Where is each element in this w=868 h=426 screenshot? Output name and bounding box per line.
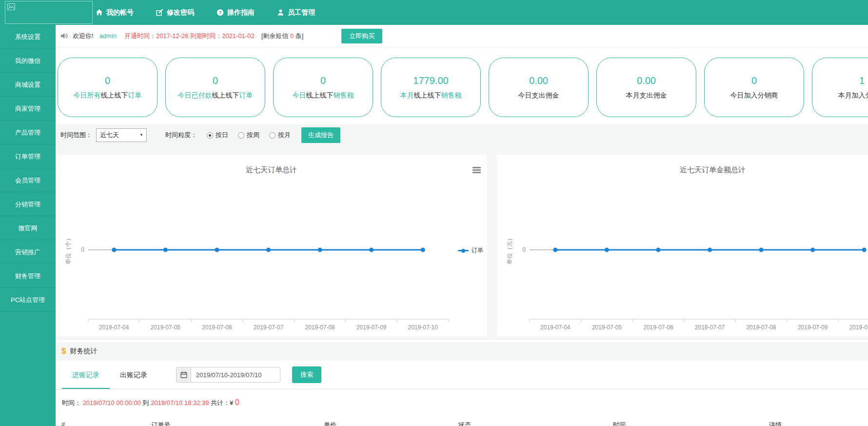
buy-now-button[interactable]: 立即购买 <box>341 29 382 43</box>
charts-region: 近七天订单总计 2019-07-042019-07-052019-07-0620… <box>56 146 868 340</box>
account-period: 开通时间：2017-12-26 到期时间：2021-01-02 <box>124 32 255 41</box>
edit-icon <box>156 9 163 16</box>
nav-change-password[interactable]: 修改密码 <box>156 8 194 17</box>
table-col-index: # <box>61 421 65 426</box>
svg-text:2019-07-10: 2019-07-10 <box>408 324 438 331</box>
home-icon <box>96 9 103 16</box>
svg-text:2019-07-10: 2019-07-10 <box>849 324 868 331</box>
speaker-icon <box>60 32 68 40</box>
time-range-label: 时间范围： <box>60 131 92 140</box>
stat-card-label: 今日加入分销商 <box>730 91 778 100</box>
sidebar-item[interactable]: PC站点管理 <box>0 288 56 312</box>
calendar-icon-button[interactable] <box>177 367 191 382</box>
generate-report-button[interactable]: 生成报告 <box>301 127 340 143</box>
logo-box <box>5 1 93 24</box>
summary-time-label: 时间： <box>62 399 81 406</box>
sidebar-item[interactable]: 系统设置 <box>0 25 56 49</box>
summary-total-label: 共计：¥ <box>211 399 233 406</box>
chart-title: 近七天订单总计 <box>56 165 487 175</box>
sidebar-item[interactable]: 会员管理 <box>0 168 56 192</box>
stat-card-value: 0.00 <box>529 75 548 86</box>
question-icon: ? <box>217 9 224 16</box>
svg-text:2019-07-04: 2019-07-04 <box>99 324 129 331</box>
chart-legend[interactable]: 订单 <box>458 246 483 255</box>
sidebar-item[interactable]: 营销推广 <box>0 240 56 264</box>
stat-cards-row: 0 今日所有线上线下订单 0 今日已付款线上线下订单 0 今日线上线下销售额 1… <box>56 47 868 124</box>
time-range-select[interactable]: 近七天 <box>96 128 147 142</box>
finance-tab[interactable]: 进账记录 <box>62 361 110 389</box>
chart-menu-icon[interactable] <box>473 167 481 174</box>
svg-text:单位（元）: 单位（元） <box>506 235 513 264</box>
granularity-options: 按日 按周 按月 <box>197 131 291 140</box>
finance-tabs: 进账记录 出账记录 <box>62 361 158 389</box>
nav-my-account[interactable]: 我的帐号 <box>96 8 134 17</box>
radio-icon <box>238 132 244 139</box>
nav-staff[interactable]: 员工管理 <box>277 8 315 17</box>
nav-label: 操作指南 <box>227 8 255 17</box>
sidebar-item[interactable]: 商城设置 <box>0 73 56 97</box>
sidebar-item[interactable]: 产品管理 <box>0 121 56 144</box>
sidebar-item[interactable]: 我的微信 <box>0 49 56 73</box>
stat-card[interactable]: 0 今日加入分销商 <box>704 58 804 117</box>
svg-text:2019-07-09: 2019-07-09 <box>798 324 828 331</box>
sidebar-item[interactable]: 订单管理 <box>0 144 56 168</box>
nav-label: 员工管理 <box>288 8 315 17</box>
sidebar: 系统设置 我的微信 商城设置 商家管理 产品管理 订单管理 会员管理 分销管理 … <box>0 25 56 426</box>
summary-to: 2019/07/10 18:32:39 <box>151 399 209 406</box>
sidebar-item[interactable]: 财务管理 <box>0 264 56 288</box>
table-col-price: 单价 <box>324 421 336 426</box>
radio-icon <box>207 132 213 139</box>
topbar: 我的帐号 修改密码 ? 操作指南 员工管理 <box>0 0 868 25</box>
radio-icon <box>269 132 276 139</box>
table-col-detail: 详情 <box>769 421 782 426</box>
summary-to-label: 到 <box>143 399 149 406</box>
svg-text:0: 0 <box>522 246 526 253</box>
svg-text:2019-07-07: 2019-07-07 <box>254 324 284 331</box>
svg-text:2019-07-09: 2019-07-09 <box>356 324 387 331</box>
stat-card-label: 今日已付款线上线下订单 <box>178 91 253 100</box>
order-amount-line-chart: 2019-07-042019-07-052019-07-062019-07-07… <box>497 155 868 336</box>
radio-label: 按月 <box>278 131 291 140</box>
stat-card-label: 今日支出佣金 <box>518 91 559 100</box>
svg-text:0: 0 <box>81 246 84 253</box>
nav-label: 修改密码 <box>167 8 194 17</box>
stat-card-label: 本月支出佣金 <box>626 91 667 100</box>
summary-total-value: 0 <box>235 398 239 406</box>
granularity-radio[interactable]: 按月 <box>269 131 291 140</box>
report-filter-bar: 时间范围： 近七天 时间粒度： 按日 按周 按月 生成报告 <box>56 124 868 146</box>
sidebar-item[interactable]: 微官网 <box>0 216 56 240</box>
table-col-status: 状态 <box>458 421 471 426</box>
table-col-time: 时间 <box>613 421 626 426</box>
svg-text:2019-07-07: 2019-07-07 <box>695 324 725 331</box>
orders-line-chart: 2019-07-042019-07-052019-07-062019-07-07… <box>56 155 487 336</box>
sidebar-item[interactable]: 分销管理 <box>0 192 56 216</box>
sidebar-item[interactable]: 商家管理 <box>0 97 56 121</box>
stat-card-label: 今日线上线下销售额 <box>293 91 354 100</box>
date-range-input[interactable] <box>191 367 280 382</box>
nav-guide[interactable]: ? 操作指南 <box>217 8 255 17</box>
svg-text:2019-07-06: 2019-07-06 <box>643 324 673 331</box>
stat-card[interactable]: 0.00 本月支出佣金 <box>596 58 696 117</box>
svg-text:2019-07-06: 2019-07-06 <box>202 324 232 331</box>
stat-card[interactable]: 0.00 今日支出佣金 <box>489 58 589 117</box>
finance-summary-row: 时间： 2019/07/10 00:00:00 到 2019/07/10 18:… <box>56 389 868 414</box>
dollar-icon: $ <box>61 346 66 356</box>
svg-text:2019-07-04: 2019-07-04 <box>540 324 571 331</box>
finance-tab[interactable]: 出账记录 <box>110 361 158 389</box>
search-button[interactable]: 搜索 <box>292 366 321 383</box>
radio-label: 按日 <box>216 131 228 140</box>
svg-text:2019-07-05: 2019-07-05 <box>151 324 181 331</box>
stat-card[interactable]: 1779.00 本月线上线下销售额 <box>381 58 481 117</box>
broken-image-icon <box>7 3 16 11</box>
stat-card[interactable]: 0 今日已付款线上线下订单 <box>165 58 265 117</box>
welcome-bar: 欢迎你! admin 开通时间：2017-12-26 到期时间：2021-01-… <box>56 25 868 47</box>
granularity-radio[interactable]: 按日 <box>207 131 228 140</box>
granularity-radio[interactable]: 按周 <box>238 131 259 140</box>
stat-card-value: 0 <box>213 75 218 86</box>
stat-card[interactable]: 0 今日线上线下销售额 <box>273 58 373 117</box>
stat-card-value: 1 <box>859 75 865 86</box>
stat-card[interactable]: 0 今日所有线上线下订单 <box>58 58 158 117</box>
stat-card[interactable]: 1 本月加入分销商 <box>812 58 868 117</box>
stat-card-label: 本月线上线下销售额 <box>400 91 462 100</box>
granularity-label: 时间粒度： <box>165 131 197 140</box>
